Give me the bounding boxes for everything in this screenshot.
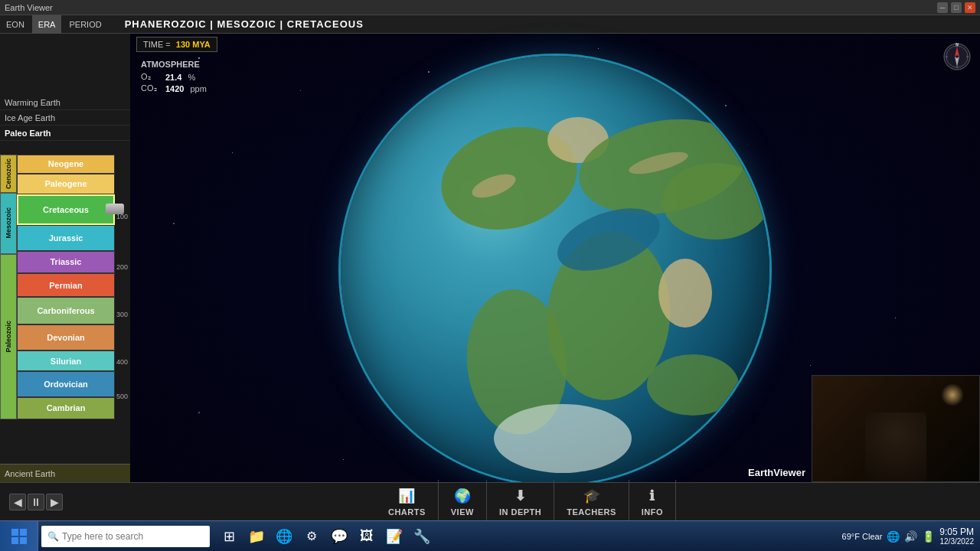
compass[interactable]: N (943, 43, 971, 70)
charts-button[interactable]: 📊 CHARTS (376, 480, 439, 524)
teachers-icon: 🎓 (583, 487, 600, 504)
periods-column: Neogene Paleogene Cretaceous Jurassic Tr… (17, 155, 115, 419)
app-icon-6[interactable]: 🔧 (409, 523, 435, 549)
taskbar-icons: ⊞ 📁 🌐 ⚙ 💬 🖼 📝 🔧 (216, 523, 435, 549)
toolbar-sections: 📊 CHARTS 🌍 VIEW ⬇ IN DEPTH 🎓 TEACHERS ℹ … (72, 480, 980, 524)
maximize-button[interactable]: □ (951, 2, 962, 13)
period-cretaceous[interactable]: Cretaceous (17, 194, 115, 225)
sidebar-paleo-earth[interactable]: Paleo Earth (0, 126, 130, 141)
period-triassic[interactable]: Triassic (17, 251, 115, 273)
search-input[interactable] (62, 531, 204, 542)
scale-200: 200 (116, 263, 128, 271)
compass-svg: N (943, 43, 971, 70)
period-cambrian[interactable]: Cambrian (17, 397, 115, 419)
task-view-icon[interactable]: ⊞ (216, 523, 242, 549)
scale-400: 400 (116, 358, 128, 366)
main-toolbar: ◀ ⏸ ▶ 📊 CHARTS 🌍 VIEW ⬇ IN DEPTH 🎓 TEACH… (0, 482, 980, 520)
eon-mesozoic: Mesozoic (0, 193, 17, 254)
eon-cenozoic-label: Cenozoic (5, 158, 12, 189)
eon-column: Cenozoic Mesozoic Paleozoic (0, 155, 17, 419)
in-depth-label: IN DEPTH (499, 507, 541, 517)
menu-bar: EON ERA PERIOD PHANEROZOIC | MESOZOIC | … (0, 15, 980, 34)
period-neogene[interactable]: Neogene (17, 155, 115, 174)
scale-500: 500 (116, 393, 128, 400)
sidebar-warming-earth[interactable]: Warming Earth (0, 95, 130, 110)
view-button[interactable]: 🌍 VIEW (439, 480, 487, 524)
browser-icon[interactable]: 🌐 (271, 523, 297, 549)
title-bar: Earth Viewer ─ □ ✕ (0, 0, 980, 15)
menu-eon[interactable]: EON (0, 15, 31, 34)
menu-period[interactable]: PERIOD (63, 15, 107, 34)
info-button[interactable]: ℹ INFO (629, 480, 676, 524)
app-icon-5[interactable]: 📝 (381, 523, 407, 549)
window-title: Earth Viewer (5, 3, 937, 12)
navigation-controls: ◀ ⏸ ▶ (0, 494, 72, 510)
in-depth-button[interactable]: ⬇ IN DEPTH (487, 480, 554, 524)
svg-rect-24 (20, 537, 27, 544)
clock-date: 12/3/2022 (939, 537, 974, 546)
info-icon: ℹ (649, 487, 655, 504)
photoshop-icon[interactable]: 🖼 (354, 523, 380, 549)
webcam-inset (812, 375, 980, 482)
minimize-button[interactable]: ─ (937, 2, 948, 13)
globe[interactable] (341, 56, 769, 484)
teachers-label: TEACHERS (567, 507, 616, 517)
timeline: Cenozoic Mesozoic Paleozoic Neogene Pale… (0, 155, 130, 419)
svg-rect-23 (11, 537, 18, 544)
windows-logo-icon (10, 527, 28, 546)
prev-button[interactable]: ◀ (9, 494, 26, 510)
svg-point-7 (647, 354, 739, 416)
info-label: INFO (642, 507, 663, 517)
clock-time: 9:05 PM (939, 527, 974, 537)
start-button[interactable] (0, 521, 38, 552)
weather-display: 69°F Clear (842, 532, 883, 541)
view-icon: 🌍 (454, 487, 471, 504)
svg-point-3 (662, 163, 769, 240)
windows-taskbar: 🔍 ⊞ 📁 🌐 ⚙ 💬 🖼 📝 🔧 69°F Clear 🌐 🔊 🔋 9:05 … (0, 520, 980, 551)
earthviewer-brand: EarthViewer (748, 467, 805, 478)
period-ordovician[interactable]: Ordovician (17, 371, 115, 397)
window-controls[interactable]: ─ □ ✕ (937, 2, 975, 13)
period-permian[interactable]: Permian (17, 273, 115, 297)
webcam-video (812, 376, 979, 481)
scale-300: 300 (116, 311, 128, 318)
period-jurassic[interactable]: Jurassic (17, 225, 115, 251)
pause-button[interactable]: ⏸ (28, 494, 44, 510)
charts-icon: 📊 (398, 487, 415, 504)
file-explorer-icon[interactable]: 📁 (243, 523, 270, 549)
close-button[interactable]: ✕ (965, 2, 975, 13)
charts-label: CHARTS (388, 507, 426, 517)
teachers-button[interactable]: 🎓 TEACHERS (554, 480, 629, 524)
svg-rect-21 (11, 529, 18, 536)
sidebar: Warming Earth Ice Age Earth Paleo Earth … (0, 34, 130, 482)
in-depth-icon: ⬇ (514, 487, 526, 504)
discord-icon[interactable]: 💬 (326, 523, 352, 549)
breadcrumb: PHANEROZOIC | MESOZOIC | CRETACEOUS (125, 18, 364, 30)
network-icon[interactable]: 🌐 (887, 530, 900, 543)
period-devonian[interactable]: Devonian (17, 324, 115, 350)
sidebar-top-links: Warming Earth Ice Age Earth Paleo Earth (0, 95, 130, 141)
eon-mesozoic-label: Mesozoic (5, 207, 12, 239)
eon-cenozoic: Cenozoic (0, 155, 17, 193)
period-silurian[interactable]: Silurian (17, 350, 115, 371)
svg-point-6 (658, 259, 712, 328)
taskbar-tray: 69°F Clear 🌐 🔊 🔋 9:05 PM 12/3/2022 (842, 527, 980, 546)
sidebar-ice-age-earth[interactable]: Ice Age Earth (0, 110, 130, 126)
taskbar-search[interactable]: 🔍 (41, 526, 210, 547)
menu-era[interactable]: ERA (32, 15, 62, 34)
view-label: VIEW (451, 507, 474, 517)
battery-icon[interactable]: 🔋 (922, 530, 935, 543)
timeline-slider[interactable] (106, 204, 124, 214)
chrome-icon[interactable]: ⚙ (299, 523, 325, 549)
system-clock: 9:05 PM 12/3/2022 (939, 527, 974, 546)
globe-svg (341, 56, 769, 484)
period-carboniferous[interactable]: Carboniferous (17, 297, 115, 324)
next-button[interactable]: ▶ (46, 494, 63, 510)
volume-icon[interactable]: 🔊 (904, 530, 917, 543)
svg-rect-22 (20, 529, 27, 536)
search-icon: 🔍 (47, 531, 59, 542)
period-paleogene[interactable]: Paleogene (17, 174, 115, 194)
room-overlay (812, 376, 979, 481)
scale-bar: 100 200 300 400 500 (115, 155, 130, 419)
eon-paleozoic-label: Paleozoic (5, 321, 12, 353)
